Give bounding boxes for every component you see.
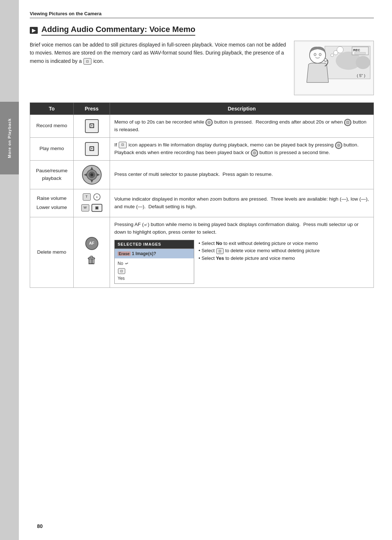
to-record-memo: Record memo: [30, 115, 74, 138]
svg-text:+: +: [96, 195, 98, 199]
intro-text: Brief voice memos can be added to still …: [30, 41, 287, 95]
page-header: Viewing Pictures on the Camera: [30, 11, 374, 18]
play-inline-icon: ⊡: [119, 142, 127, 148]
erase-label: Erase: [118, 251, 131, 256]
intro-end: icon.: [93, 58, 104, 64]
raise-volume-label: Raise volume: [34, 195, 69, 202]
svg-text:REC: REC: [353, 48, 360, 52]
dialog-option-yes[interactable]: Yes: [118, 275, 191, 282]
raise-vol-t-btn[interactable]: T: [83, 193, 91, 201]
table-row-volume: Raise volume Lower volume T +: [30, 189, 374, 217]
dialog-erase-row: Erase 1 Image(s)?: [115, 249, 194, 259]
header-press: Press: [74, 103, 110, 115]
to-volume: Raise volume Lower volume: [30, 189, 74, 217]
delete-dialog: SELECTED IMAGES Erase 1 Image(s)? No: [114, 240, 194, 284]
press-record-memo: ⊡: [74, 115, 110, 138]
sidebar: More on Playback: [0, 0, 19, 540]
table-row-record: Record memo ⊡ Memo of up to 20s can be r…: [30, 115, 374, 138]
erase-count: 1 Image(s)?: [132, 251, 156, 256]
intro-block: Brief voice memos can be added to still …: [30, 41, 374, 95]
svg-text:( 5" ): ( 5" ): [357, 73, 365, 78]
raise-volume-btn-row: T +: [83, 193, 101, 201]
play-inline-icon3: ⊙: [251, 149, 258, 157]
record-button-icon[interactable]: ⊡: [85, 119, 99, 133]
trash-icon[interactable]: 🗑: [87, 252, 97, 268]
table-row-pause: Pause/resume playback: [30, 160, 374, 189]
enter-arrow: ↵: [125, 260, 128, 267]
press-delete-memo: AF 🗑: [74, 217, 110, 288]
bullet-memo-icon: ⊡: [216, 248, 224, 254]
info-table: To Press Description Record memo ⊡ Memo …: [30, 102, 374, 288]
raise-lower-labels: Raise volume Lower volume: [34, 195, 69, 211]
volume-buttons: T + W ▣: [78, 193, 105, 213]
svg-point-3: [356, 56, 370, 69]
dialog-options: No ↵ ⊡ Yes: [115, 258, 194, 283]
desc-delete-memo: Pressing AF (㎡) button while memo is bei…: [110, 217, 374, 288]
main-content: Viewing Pictures on the Camera ▶ Adding …: [19, 0, 392, 540]
svg-point-14: [337, 47, 343, 53]
page-number: 80: [37, 523, 43, 529]
section-title-block: ▶ Adding Audio Commentary: Voice Memo: [30, 25, 374, 36]
record-inline-icon: ⊙: [205, 119, 213, 126]
delete-top-text: Pressing AF (㎡) button while memo is bei…: [114, 221, 369, 236]
intro-image: REC ( 5" ): [294, 41, 374, 95]
sidebar-tab: More on Playback: [0, 102, 19, 174]
desc-play-memo: If ⊡ icon appears in file information di…: [110, 137, 374, 160]
lower-vol-icon[interactable]: ▣: [91, 204, 102, 212]
page-wrapper: More on Playback Viewing Pictures on the…: [0, 0, 392, 540]
svg-point-12: [331, 54, 334, 57]
to-play-memo: Play memo: [30, 137, 74, 160]
bullet-3: • Select Yes to delete picture and voice…: [199, 255, 320, 262]
delete-dialog-section: SELECTED IMAGES Erase 1 Image(s)? No: [114, 240, 369, 284]
lower-volume-label: Lower volume: [34, 204, 69, 211]
svg-point-11: [324, 59, 327, 61]
table-row-play: Play memo ⊡ If ⊡ icon appears in file in…: [30, 137, 374, 160]
dialog-option-memo[interactable]: ⊡: [118, 267, 191, 275]
dialog-option-no[interactable]: No ↵: [118, 260, 191, 267]
to-delete-memo: Delete memo: [30, 217, 74, 288]
svg-point-22: [90, 173, 93, 176]
dialog-body: Erase 1 Image(s)? No ↵: [115, 249, 194, 284]
table-row-delete: Delete memo AF 🗑 Pressing AF (㎡) button …: [30, 217, 374, 288]
multi-selector-icon[interactable]: [81, 164, 102, 185]
header-to: To: [30, 103, 74, 115]
svg-point-10: [319, 53, 321, 56]
raise-vol-icon[interactable]: +: [93, 193, 101, 201]
svg-rect-6: [355, 52, 366, 54]
af-button[interactable]: AF: [85, 237, 98, 250]
press-volume: T + W ▣: [74, 189, 110, 217]
bullet-1: • Select No to exit without deleting pic…: [199, 240, 320, 247]
section-heading: Adding Audio Commentary: Voice Memo: [41, 25, 195, 36]
lower-vol-w-btn[interactable]: W: [81, 204, 89, 211]
record-inline-icon2: ⊡: [344, 119, 351, 126]
delete-buttons: AF 🗑: [78, 237, 105, 268]
to-pause-resume: Pause/resume playback: [30, 160, 74, 189]
dialog-header: SELECTED IMAGES: [115, 240, 194, 249]
play-button-icon[interactable]: ⊡: [85, 142, 99, 156]
desc-record-memo: Memo of up to 20s can be recorded while …: [110, 115, 374, 138]
lower-volume-btn-row: W ▣: [81, 204, 102, 212]
press-play-memo: ⊡: [74, 137, 110, 160]
header-description: Description: [110, 103, 374, 115]
press-pause-resume: [74, 160, 110, 189]
memo-icon-inline: ⊡: [83, 58, 91, 65]
memo-icon-dialog: ⊡: [118, 268, 125, 274]
camera-illustration: REC ( 5" ): [296, 43, 372, 93]
bullet-2: • Select ⊡ to delete voice memo without …: [199, 247, 320, 255]
svg-point-9: [314, 53, 316, 56]
section-icon: ▶: [30, 27, 38, 34]
desc-volume: Volume indicator displayed in monitor wh…: [110, 189, 374, 217]
intro-paragraph: Brief voice memos can be added to still …: [30, 42, 286, 64]
desc-pause-resume: Press center of multi selector to pause …: [110, 160, 374, 189]
play-inline-icon2: ⊙: [335, 142, 342, 149]
delete-desc-right: • Select No to exit without deleting pic…: [199, 240, 320, 262]
